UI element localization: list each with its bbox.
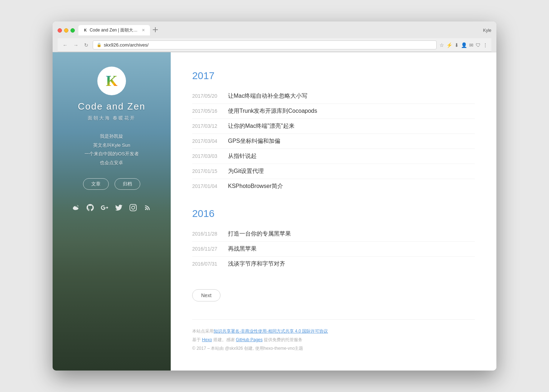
archive-item: 2017/05/16 使用Trunk发布开源库到Cocoapods: [192, 104, 475, 119]
sidebar: K Code and Zen 面朝大海 春暖花开 我是孙凯旋 英文名叫Kyle …: [53, 52, 171, 371]
archive-section-2016: 2016 2016/11/28 打造一台你的专属黑苹果 2016/11/27 再…: [192, 208, 475, 271]
archive-date: 2017/05/20: [192, 93, 228, 99]
browser-window: K Code and Zen | 面朝大海 春暖... ✕ Kyle ← → ↻…: [53, 21, 496, 371]
browser-toolbar: ← → ↻ 🔒 skx926.com/archives/ ☆ ⚡ ⬇ 👤 ✉ 🛡…: [58, 38, 491, 52]
archive-item: 2016/11/27 再战黑苹果: [192, 242, 475, 257]
archive-section-2017: 2017 2017/05/20 让Mac终端自动补全忽略大小写 2017/05/…: [192, 70, 475, 194]
footer: 本站点采用知识共享署名-非商业性使用-相同方式共享 4.0 国际许可协议 基于 …: [192, 319, 475, 353]
toolbar-actions: ☆ ⚡ ⬇ 👤 ✉ 🛡 ⋮: [439, 42, 488, 48]
footer-line2-prefix: 基于: [192, 337, 201, 342]
year-heading-2016: 2016: [192, 208, 475, 219]
archive-date: 2017/03/04: [192, 138, 228, 144]
url-text: skx926.com/archives/: [104, 42, 149, 48]
googleplus-icon[interactable]: [101, 204, 108, 213]
footer-line1: 本站点采用知识共享署名-非商业性使用-相同方式共享 4.0 国际许可协议: [192, 327, 475, 335]
author-line3: 一个来自中国的iOS开发者: [84, 150, 139, 159]
archive-item: 2016/11/28 打造一台你的专属黑苹果: [192, 227, 475, 242]
archive-list-2016: 2016/11/28 打造一台你的专属黑苹果 2016/11/27 再战黑苹果 …: [192, 227, 475, 271]
archive-date: 2017/03/12: [192, 123, 228, 129]
archive-title-link[interactable]: 打造一台你的专属黑苹果: [228, 230, 291, 238]
tab-title: Code and Zen | 面朝大海 春暖...: [89, 27, 140, 33]
archive-title-link[interactable]: 从指针说起: [228, 153, 257, 160]
archive-item: 2017/01/04 KSPhotoBrowser简介: [192, 179, 475, 194]
footer-line3: © 2017 – 本站由 @skx926 创建, 使用hexo-theme-vn…: [192, 344, 475, 353]
menu-icon[interactable]: ⋮: [483, 42, 488, 48]
instagram-icon[interactable]: [130, 204, 137, 213]
svg-rect-1: [155, 27, 156, 32]
reload-button[interactable]: ↻: [83, 42, 90, 49]
avatar: K: [97, 67, 126, 95]
browser-titlebar: K Code and Zen | 面朝大海 春暖... ✕ Kyle ← → ↻…: [53, 21, 496, 52]
archive-item: 2017/01/15 为Git设置代理: [192, 164, 475, 179]
site-title: Code and Zen: [78, 101, 146, 112]
extensions-icon[interactable]: ⚡: [446, 42, 452, 48]
archive-item: 2017/05/20 让Mac终端自动补全忽略大小写: [192, 89, 475, 104]
browser-content: K Code and Zen 面朝大海 春暖花开 我是孙凯旋 英文名叫Kyle …: [53, 52, 496, 371]
maximize-button[interactable]: [71, 28, 75, 33]
archive-item: 2017/03/04 GPS坐标纠偏和加偏: [192, 134, 475, 149]
archive-title-link[interactable]: KSPhotoBrowser简介: [228, 183, 283, 190]
author-info: 我是孙凯旋 英文名叫Kyle Sun 一个来自中国的iOS开发者 也会点安卓: [84, 132, 139, 168]
author-line1: 我是孙凯旋: [84, 132, 139, 141]
nav-buttons: 文章 归档: [83, 178, 140, 190]
archive-item: 2017/03/12 让你的Mac终端"漂亮"起来: [192, 119, 475, 134]
archive-date: 2017/01/15: [192, 168, 228, 174]
hexo-link[interactable]: Hexo: [202, 337, 212, 342]
account-icon[interactable]: 👤: [461, 42, 467, 48]
github-icon[interactable]: [87, 204, 94, 213]
site-logo: K: [106, 72, 118, 89]
archive-date: 2017/01/04: [192, 183, 228, 189]
social-links: [72, 204, 151, 213]
archive-title-link[interactable]: 让Mac终端自动补全忽略大小写: [228, 92, 307, 100]
site-subtitle: 面朝大海 春暖花开: [88, 115, 136, 121]
weibo-icon[interactable]: [72, 204, 79, 213]
nav-archives-button[interactable]: 归档: [115, 178, 140, 190]
mail-icon[interactable]: ✉: [469, 42, 473, 48]
footer-text: 本站点采用知识共享署名-非商业性使用-相同方式共享 4.0 国际许可协议 基于 …: [192, 327, 475, 353]
active-tab[interactable]: K Code and Zen | 面朝大海 春暖... ✕: [78, 25, 150, 35]
next-button[interactable]: Next: [192, 289, 220, 301]
archive-title-link[interactable]: 让你的Mac终端"漂亮"起来: [228, 122, 295, 130]
tab-bar: K Code and Zen | 面朝大海 春暖... ✕: [78, 25, 483, 35]
back-button[interactable]: ←: [61, 42, 69, 49]
download-icon[interactable]: ⬇: [455, 42, 459, 48]
address-bar[interactable]: 🔒 skx926.com/archives/: [93, 40, 437, 49]
footer-line2-suffix: 提供免费的托管服务: [264, 337, 302, 342]
footer-line2-mid: 搭建。感谢: [213, 337, 235, 342]
archive-date: 2016/07/31: [192, 261, 228, 267]
archive-list-2017: 2017/05/20 让Mac终端自动补全忽略大小写 2017/05/16 使用…: [192, 89, 475, 194]
profile-name: Kyle: [483, 28, 491, 33]
security-icon: 🔒: [97, 43, 102, 47]
archive-title-link[interactable]: 再战黑苹果: [228, 245, 257, 253]
archive-title-link[interactable]: 为Git设置代理: [228, 168, 264, 175]
year-heading-2017: 2017: [192, 70, 475, 82]
bookmark-icon[interactable]: ☆: [439, 42, 444, 48]
author-line4: 也会点安卓: [84, 159, 139, 168]
archive-date: 2016/11/27: [192, 246, 228, 252]
twitter-icon[interactable]: [115, 204, 122, 213]
footer-line2: 基于 Hexo 搭建。感谢 GitHub Pages 提供免费的托管服务: [192, 335, 475, 344]
archive-title-link[interactable]: GPS坐标纠偏和加偏: [228, 137, 280, 145]
archive-item: 2016/07/31 浅谈字节序和字节对齐: [192, 257, 475, 271]
archive-date: 2017/03/03: [192, 153, 228, 159]
archive-title-link[interactable]: 使用Trunk发布开源库到Cocoapods: [228, 107, 317, 115]
archive-title-link[interactable]: 浅谈字节序和字节对齐: [228, 260, 285, 268]
close-button[interactable]: [58, 28, 62, 33]
footer-line1-prefix: 本站点采用: [192, 329, 214, 334]
license-link[interactable]: 知识共享署名-非商业性使用-相同方式共享 4.0 国际许可协议: [214, 329, 328, 334]
archive-date: 2017/05/16: [192, 108, 228, 114]
tab-close-icon[interactable]: ✕: [142, 28, 145, 33]
forward-button[interactable]: →: [72, 42, 80, 49]
new-tab-button[interactable]: [151, 27, 159, 34]
archive-date: 2016/11/28: [192, 231, 228, 237]
archive-item: 2017/03/03 从指针说起: [192, 149, 475, 164]
minimize-button[interactable]: [64, 28, 68, 33]
traffic-lights: [58, 28, 75, 33]
author-line2: 英文名叫Kyle Sun: [84, 141, 139, 150]
rss-icon[interactable]: [144, 204, 151, 213]
tab-favicon: K: [83, 28, 87, 33]
main-content: 2017 2017/05/20 让Mac终端自动补全忽略大小写 2017/05/…: [171, 52, 496, 371]
shield-icon[interactable]: 🛡: [476, 42, 481, 48]
nav-articles-button[interactable]: 文章: [83, 178, 109, 190]
github-pages-link[interactable]: GitHub Pages: [236, 337, 263, 342]
